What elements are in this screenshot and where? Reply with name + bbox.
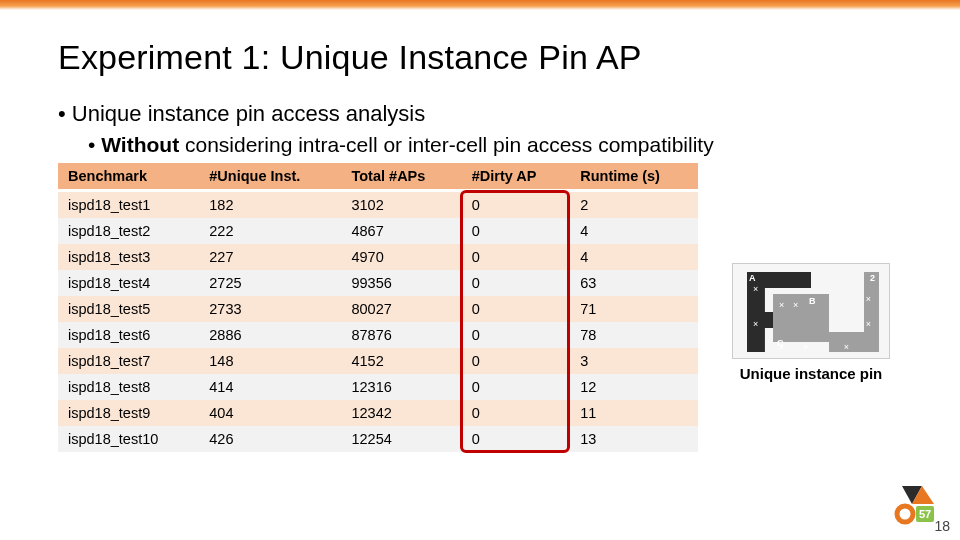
- table-cell: 4: [570, 218, 698, 244]
- table-cell: ispd18_test1: [58, 191, 199, 219]
- table-wrap: Benchmark#Unique Inst.Total #APs#Dirty A…: [58, 163, 698, 452]
- accent-bar: [0, 0, 960, 10]
- table-cell: 0: [462, 426, 571, 452]
- logo-number: 57: [919, 508, 931, 520]
- x-mark: ×: [844, 342, 849, 352]
- table-cell: 0: [462, 400, 571, 426]
- x-mark: ×: [779, 342, 784, 352]
- table-row: ispd18_test4272599356063: [58, 270, 698, 296]
- table-cell: 12316: [341, 374, 461, 400]
- table-cell: 2886: [199, 322, 341, 348]
- table-cell: 11: [570, 400, 698, 426]
- table-cell: ispd18_test4: [58, 270, 199, 296]
- table-cell: ispd18_test7: [58, 348, 199, 374]
- content-row: Benchmark#Unique Inst.Total #APs#Dirty A…: [58, 163, 960, 452]
- table-cell: ispd18_test5: [58, 296, 199, 322]
- table-cell: 78: [570, 322, 698, 348]
- bullet-1-text: Unique instance pin access analysis: [72, 101, 425, 126]
- table-cell: 87876: [341, 322, 461, 348]
- table-cell: 3: [570, 348, 698, 374]
- table-cell: 0: [462, 322, 571, 348]
- table-row: ispd18_test1042612254013: [58, 426, 698, 452]
- col-header: Total #APs: [341, 163, 461, 191]
- label-b: B: [809, 296, 816, 306]
- x-mark: ×: [803, 342, 808, 352]
- label-2: 2: [870, 273, 875, 283]
- table-cell: ispd18_test9: [58, 400, 199, 426]
- table-cell: 4970: [341, 244, 461, 270]
- table-cell: 12254: [341, 426, 461, 452]
- table-row: ispd18_test3227497004: [58, 244, 698, 270]
- x-mark: ×: [779, 300, 784, 310]
- pin-diagram: A B C 2 × × × × × × × × ×: [732, 263, 890, 359]
- label-a: A: [749, 273, 756, 283]
- svg-point-3: [897, 506, 913, 522]
- table-cell: ispd18_test8: [58, 374, 199, 400]
- slide: Experiment 1: Unique Instance Pin AP • U…: [0, 0, 960, 540]
- table-cell: 2725: [199, 270, 341, 296]
- table-cell: 414: [199, 374, 341, 400]
- aside: A B C 2 × × × × × × × × × Unique instanc…: [732, 263, 890, 382]
- table-cell: 426: [199, 426, 341, 452]
- table-row: ispd18_test6288687876078: [58, 322, 698, 348]
- table-cell: 0: [462, 296, 571, 322]
- col-header: #Unique Inst.: [199, 163, 341, 191]
- table-row: ispd18_test841412316012: [58, 374, 698, 400]
- table-row: ispd18_test940412342011: [58, 400, 698, 426]
- x-mark: ×: [866, 319, 871, 329]
- col-header: #Dirty AP: [462, 163, 571, 191]
- table-row: ispd18_test5273380027071: [58, 296, 698, 322]
- table-cell: 71: [570, 296, 698, 322]
- table-cell: ispd18_test2: [58, 218, 199, 244]
- table-row: ispd18_test2222486704: [58, 218, 698, 244]
- page-number: 18: [934, 518, 950, 534]
- table-cell: 12342: [341, 400, 461, 426]
- shape-c: [829, 272, 879, 352]
- table-cell: 0: [462, 270, 571, 296]
- table-cell: 2: [570, 191, 698, 219]
- table-cell: 99356: [341, 270, 461, 296]
- table-cell: 13: [570, 426, 698, 452]
- table-cell: 4867: [341, 218, 461, 244]
- table-cell: ispd18_test6: [58, 322, 199, 348]
- bullet-2: • Without considering intra-cell or inte…: [88, 133, 960, 157]
- table-cell: 3102: [341, 191, 461, 219]
- x-mark: ×: [866, 294, 871, 304]
- dac-logo: 57: [894, 482, 938, 526]
- table-cell: 12: [570, 374, 698, 400]
- table-cell: 404: [199, 400, 341, 426]
- table-cell: 4152: [341, 348, 461, 374]
- table-cell: 80027: [341, 296, 461, 322]
- table-cell: 0: [462, 244, 571, 270]
- x-mark: ×: [753, 319, 758, 329]
- table-cell: 0: [462, 191, 571, 219]
- table-cell: 0: [462, 374, 571, 400]
- bullet-list: • Unique instance pin access analysis • …: [58, 101, 960, 157]
- table-cell: 63: [570, 270, 698, 296]
- x-mark: ×: [793, 300, 798, 310]
- table-row: ispd18_test1182310202: [58, 191, 698, 219]
- table-cell: 0: [462, 218, 571, 244]
- bullet-1: • Unique instance pin access analysis: [58, 101, 960, 127]
- bullet-2-bold: Without: [101, 133, 179, 156]
- table-cell: 4: [570, 244, 698, 270]
- table-cell: 182: [199, 191, 341, 219]
- slide-title: Experiment 1: Unique Instance Pin AP: [58, 38, 960, 77]
- table-cell: 0: [462, 348, 571, 374]
- col-header: Benchmark: [58, 163, 199, 191]
- x-mark: ×: [753, 284, 758, 294]
- results-table: Benchmark#Unique Inst.Total #APs#Dirty A…: [58, 163, 698, 452]
- col-header: Runtime (s): [570, 163, 698, 191]
- bullet-2-rest: considering intra-cell or inter-cell pin…: [179, 133, 714, 156]
- table-cell: ispd18_test10: [58, 426, 199, 452]
- table-cell: 227: [199, 244, 341, 270]
- table-row: ispd18_test7148415203: [58, 348, 698, 374]
- diagram-caption: Unique instance pin: [732, 365, 890, 382]
- table-cell: 2733: [199, 296, 341, 322]
- table-cell: 222: [199, 218, 341, 244]
- table-cell: 148: [199, 348, 341, 374]
- table-cell: ispd18_test3: [58, 244, 199, 270]
